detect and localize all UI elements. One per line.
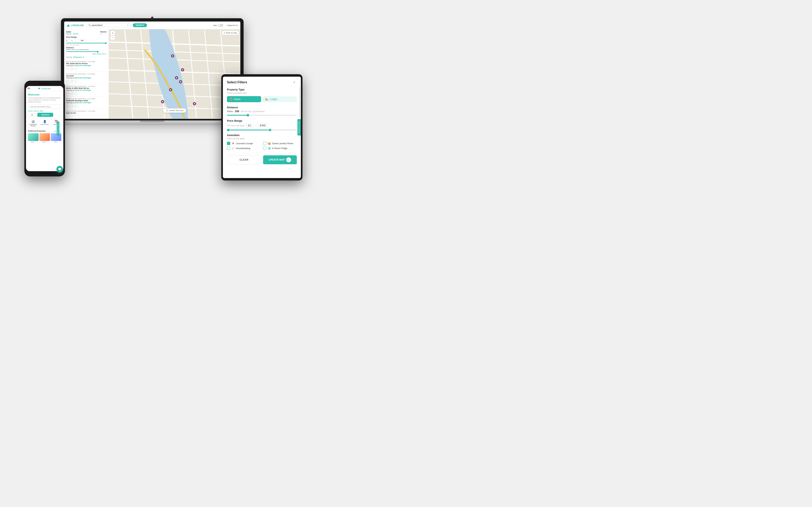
bookings-card[interactable]: 📅 Bookings: [51, 118, 61, 128]
list-item[interactable]: Mount Isa City, Queensland · 1 km away R…: [66, 97, 107, 109]
user-label: LodgeLink Inc: [226, 24, 238, 26]
laptop-search-button[interactable]: SEARCH: [133, 23, 147, 27]
phone-notch: [39, 83, 51, 84]
more-filters-link[interactable]: More Filters (0) ∨: [66, 53, 107, 55]
info-icon[interactable]: i: [74, 67, 78, 70]
scene: LODGELINK 🔍 queensland ✕ SEARCH Map Lod: [20, 10, 305, 193]
amenity-checkbox[interactable]: [227, 142, 230, 145]
dates-value: Jul 16 - Jul 19: [66, 33, 78, 35]
zoom-out-button[interactable]: −: [110, 36, 115, 40]
amenities-title: Amenities: [227, 134, 297, 137]
list-item[interactable]: Mount Isa City, Queensland · 1 km away I…: [66, 109, 107, 115]
amenities-sub: Select all that apply: [227, 137, 297, 140]
mountain-icon: [38, 87, 41, 89]
amenity-in-room-fridge[interactable]: 🧊 In Room Fridge: [263, 147, 297, 150]
preferred-properties-grid: Days I... Days I... Best... Holid..: [28, 133, 61, 143]
tablet-feedback-tab[interactable]: Help & Feedback: [297, 119, 301, 135]
distance-range-slider[interactable]: [227, 115, 297, 116]
accommodation-search-input[interactable]: [28, 105, 61, 109]
phone-home-indicator: [39, 173, 51, 174]
price-max-input[interactable]: [78, 39, 86, 42]
property-type-sub: Select a property type: [227, 92, 297, 94]
amenity-checkbox[interactable]: [263, 147, 266, 150]
price-min-field[interactable]: $ 1: [246, 123, 253, 128]
distance-slider[interactable]: [66, 51, 98, 52]
price-range-label: Price Range: [66, 36, 107, 38]
info-icon[interactable]: i: [74, 104, 78, 108]
price-range-slider[interactable]: [227, 129, 297, 130]
phone-header: LODGELINK: [26, 86, 63, 91]
guests-input[interactable]: [28, 113, 36, 117]
filter-modal-footer: CLEAR UPDATE MAP: [227, 153, 297, 164]
laptop-map[interactable]: + − ≡ Show on Map 🔍 Search This Area: [109, 29, 240, 119]
phone-device: LODGELINK Welcome Use the following tabs…: [24, 81, 65, 176]
laptop-logo: LODGELINK: [66, 24, 84, 27]
heart-icon[interactable]: ♡: [66, 104, 69, 108]
show-on-map-button[interactable]: ≡ Show on Map: [222, 31, 239, 35]
sort-value[interactable]: Relevance ∨: [73, 56, 84, 58]
chat-bubble-button[interactable]: 💬: [56, 166, 63, 171]
sort-label: Sort by:: [66, 56, 72, 58]
mountain-icon: [66, 24, 70, 27]
amenity-licensed-lounge[interactable]: 🍷 Licensed Lounge: [227, 142, 261, 145]
map-pin: [175, 76, 178, 79]
preferred-properties-title: Preferred Properties: [28, 130, 46, 132]
map-toggle[interactable]: Map: [213, 24, 223, 27]
search-icon: 🔍: [88, 24, 91, 26]
property-type-title: Property Type: [227, 88, 297, 91]
welcome-desc: Use the following tabs to see more detai…: [28, 97, 61, 103]
clear-search-icon[interactable]: ✕: [127, 24, 129, 26]
info-icon[interactable]: i: [74, 79, 78, 83]
rooms-label: Rooms: [100, 31, 107, 33]
amenity-checkbox[interactable]: [227, 147, 230, 150]
price-separator: -: [255, 124, 256, 127]
share-icon[interactable]: ↗: [70, 92, 73, 95]
list-item[interactable]: Mount Isa City, Queensland · 1 km away I…: [66, 72, 107, 84]
share-icon[interactable]: ↗: [70, 104, 73, 108]
list-item[interactable]: Mount Isa City, Queensland · 1 km away B…: [66, 84, 107, 97]
price-slider[interactable]: [66, 43, 107, 43]
map-pin: [161, 100, 164, 103]
laptop-header: LODGELINK 🔍 queensland ✕ SEARCH Map Lod: [64, 21, 240, 29]
property-type-buttons: 🏨 Hotels 🏡 Lodges: [227, 96, 297, 102]
org-settings-icon: 🏢: [29, 120, 37, 123]
list-item[interactable]: Best...: [51, 133, 61, 143]
update-map-button[interactable]: UPDATE MAP: [263, 155, 297, 164]
heart-icon[interactable]: ♡: [66, 92, 69, 95]
share-icon[interactable]: ↗: [70, 67, 73, 70]
laptop-search-bar[interactable]: 🔍 queensland ✕: [86, 23, 131, 27]
amenity-guest-laundry[interactable]: 🧺 Guest Laundry Room: [263, 142, 297, 145]
search-area-icon: 🔍: [166, 110, 168, 112]
map-pin: [181, 68, 184, 71]
price-min-input[interactable]: [68, 39, 76, 42]
clear-filters-button[interactable]: CLEAR: [227, 155, 261, 164]
org-settings-card[interactable]: 🏢 OrganisationSettings: [28, 118, 38, 128]
svg-point-23: [176, 77, 177, 78]
svg-point-29: [162, 101, 163, 102]
phone-search-button[interactable]: SEARCH: [37, 113, 53, 117]
hotels-button[interactable]: 🏨 Hotels: [227, 96, 261, 102]
amenity-checkbox[interactable]: [263, 142, 266, 145]
phone-screen: LODGELINK Welcome Use the following tabs…: [26, 86, 63, 171]
close-filter-button[interactable]: ×: [292, 80, 297, 85]
guest-laundry-icon: 🧺: [267, 142, 271, 145]
update-map-bubble: [286, 157, 291, 162]
list-item[interactable]: Days I...: [28, 133, 39, 143]
heart-icon[interactable]: ♡: [66, 79, 69, 83]
price-max-field[interactable]: $ 500: [258, 123, 267, 128]
share-icon[interactable]: ↗: [70, 79, 73, 83]
zoom-in-button[interactable]: +: [110, 31, 115, 35]
amenity-housekeeping[interactable]: 🧹 Housekeeping: [227, 147, 261, 150]
info-icon[interactable]: i: [74, 92, 78, 95]
lodges-button[interactable]: 🏡 Lodges: [263, 96, 297, 102]
list-item[interactable]: Days I...: [39, 133, 50, 143]
phone-feedback-tab[interactable]: Help & Feedback: [57, 121, 59, 136]
heart-icon[interactable]: ♡: [66, 67, 69, 70]
hamburger-menu[interactable]: [28, 88, 30, 90]
list-item[interactable]: Mount Isa City, Queensland · 1 km away I…: [66, 59, 107, 72]
toggle-pill[interactable]: [218, 24, 223, 27]
svg-point-19: [172, 55, 173, 57]
duty-of-care-card[interactable]: 👤 Duty of Care: [40, 118, 50, 128]
laptop-webcam: [151, 17, 153, 19]
search-this-area-button[interactable]: 🔍 Search This Area: [163, 108, 186, 113]
